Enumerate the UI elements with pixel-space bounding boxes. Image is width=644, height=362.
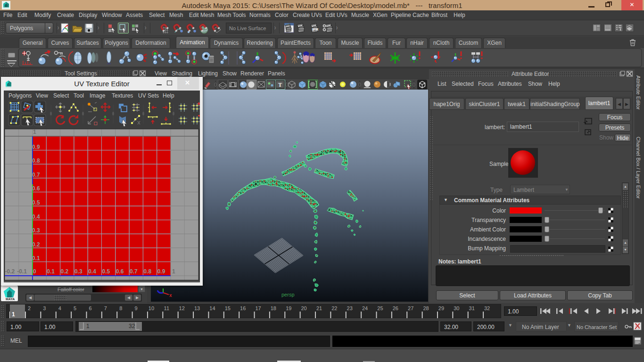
svg-text:x: x xyxy=(169,293,172,298)
svg-text:11: 11 xyxy=(164,305,169,311)
svg-text:29: 29 xyxy=(438,305,444,311)
svg-text:2: 2 xyxy=(28,305,31,311)
svg-text:8: 8 xyxy=(119,305,122,311)
svg-text:0.1: 0.1 xyxy=(47,268,55,275)
svg-text:1: 1 xyxy=(33,129,36,135)
svg-text:T: T xyxy=(278,82,282,88)
svg-text:0.9: 0.9 xyxy=(32,144,40,150)
svg-text:17: 17 xyxy=(255,305,261,311)
svg-text:-0.1: -0.1 xyxy=(17,268,27,275)
svg-text:0.6: 0.6 xyxy=(32,185,40,192)
svg-text:25: 25 xyxy=(377,305,383,311)
svg-text:26: 26 xyxy=(393,305,398,311)
svg-text:0.9: 0.9 xyxy=(157,268,165,275)
svg-text:0.2: 0.2 xyxy=(61,268,69,275)
svg-text:22: 22 xyxy=(331,305,337,311)
svg-text:24: 24 xyxy=(362,305,368,311)
svg-text:7: 7 xyxy=(104,305,107,311)
svg-text:0.7: 0.7 xyxy=(32,172,40,178)
svg-text:14: 14 xyxy=(209,305,215,311)
svg-text:0: 0 xyxy=(33,268,36,275)
svg-text:0.8: 0.8 xyxy=(32,157,40,164)
svg-text:18: 18 xyxy=(271,305,276,311)
svg-text:6: 6 xyxy=(89,305,91,311)
svg-text:4: 4 xyxy=(58,305,61,311)
svg-text:0.4: 0.4 xyxy=(32,214,40,220)
svg-text:1: 1 xyxy=(172,268,175,275)
svg-text:30: 30 xyxy=(454,305,459,311)
svg-text:28: 28 xyxy=(423,305,429,311)
svg-text:0.3: 0.3 xyxy=(32,227,40,234)
svg-text:32: 32 xyxy=(484,305,490,311)
svg-text:15: 15 xyxy=(225,305,231,311)
svg-text:0.7: 0.7 xyxy=(130,268,138,275)
svg-text:13: 13 xyxy=(194,305,200,311)
svg-text:12: 12 xyxy=(179,305,185,311)
svg-text:31: 31 xyxy=(469,305,475,311)
svg-text:10: 10 xyxy=(149,305,154,311)
svg-text:0.6: 0.6 xyxy=(116,268,124,275)
svg-text:-0.2: -0.2 xyxy=(5,268,15,275)
svg-text:16: 16 xyxy=(240,305,246,311)
svg-text:23: 23 xyxy=(347,305,353,311)
svg-text:0.8: 0.8 xyxy=(143,268,151,275)
svg-text:0.5: 0.5 xyxy=(102,268,110,275)
svg-text:0.2: 0.2 xyxy=(32,241,40,248)
svg-text:IPR: IPR xyxy=(312,27,319,32)
svg-text:3: 3 xyxy=(43,305,46,311)
svg-text:20: 20 xyxy=(301,305,307,311)
svg-text:MAYA: MAYA xyxy=(6,297,15,301)
svg-text:0.1: 0.1 xyxy=(32,255,40,262)
svg-text:19: 19 xyxy=(286,305,291,311)
svg-text:9: 9 xyxy=(134,305,137,311)
svg-text:0.5: 0.5 xyxy=(32,199,40,206)
svg-text:0.3: 0.3 xyxy=(74,268,83,275)
svg-text:21: 21 xyxy=(316,305,322,311)
svg-text:27: 27 xyxy=(408,305,413,311)
svg-text:0.4: 0.4 xyxy=(88,268,96,275)
svg-text:5: 5 xyxy=(74,305,76,311)
